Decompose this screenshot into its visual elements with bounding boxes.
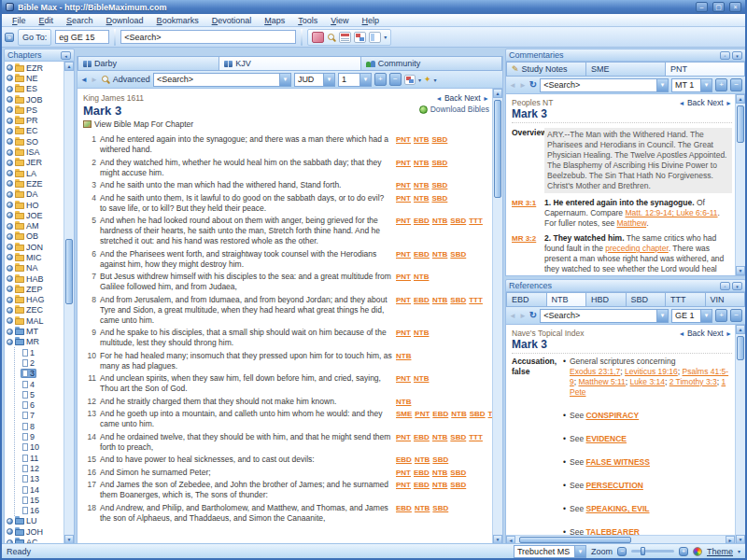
commentary-search-combo[interactable]: <Search> ▼ (540, 78, 669, 92)
tab-hbd[interactable]: HBD (586, 292, 627, 307)
verse-ref-link[interactable]: MR 3:2 (512, 234, 536, 243)
see-topic-link[interactable]: EVIDENCE (585, 434, 626, 443)
resource-link-pnt[interactable]: PNT (396, 469, 411, 477)
goto-input[interactable] (55, 30, 109, 44)
resource-link-pnt[interactable]: PNT (396, 194, 411, 203)
references-ref-combo[interactable]: GE 1 ▼ (671, 309, 712, 323)
menu-item-search[interactable]: Search (60, 16, 100, 25)
chapter-item[interactable]: 2 (21, 358, 36, 368)
tab-sme[interactable]: SME (586, 62, 666, 77)
tree-node-icon[interactable] (7, 106, 13, 113)
resource-link-ntb[interactable]: NTB (432, 250, 447, 259)
verse-ref-link[interactable]: MR 3:1 (512, 199, 536, 207)
resource-link-pnt[interactable]: PNT (396, 250, 411, 259)
resource-link-pnt[interactable]: PNT (396, 217, 411, 225)
scripture-link[interactable]: Matthew 5:11 (578, 377, 625, 386)
resource-link-sbd[interactable]: SBD (450, 250, 466, 259)
chapter-item[interactable]: 11 (21, 454, 40, 463)
resource-link-pnt[interactable]: PNT (396, 374, 411, 383)
back-arrow-icon[interactable]: ◄ (436, 95, 443, 102)
resource-link-pnt[interactable]: PNT (396, 433, 411, 441)
see-topic-link[interactable]: SPEAKING, EVIL (585, 504, 649, 513)
theme-menu[interactable]: Theme (707, 547, 733, 556)
advanced-search-icon[interactable] (101, 75, 110, 84)
scrollbar-thumb[interactable] (519, 537, 631, 543)
tree-node-icon[interactable] (7, 265, 13, 272)
chapter-item[interactable]: 14 (21, 485, 41, 495)
resource-link-sbd[interactable]: SBD (450, 433, 466, 441)
resource-link-ebd[interactable]: EBD (414, 433, 430, 441)
view-dropdown-caret[interactable]: ▾ (418, 77, 421, 83)
forward-arrow-icon[interactable]: ► (519, 81, 527, 90)
menu-item-file[interactable]: File (6, 16, 33, 25)
bibles-icon[interactable] (312, 32, 324, 43)
resource-link-ebd[interactable]: EBD (432, 410, 448, 418)
chapter-combo[interactable]: 1 ▼ (338, 73, 372, 87)
zoom-slider[interactable] (631, 550, 674, 553)
minimize-button[interactable]: – (696, 2, 708, 12)
next-ref-button[interactable]: + (715, 309, 727, 322)
zoom-out-button[interactable]: − (617, 547, 627, 556)
resource-link-ntb[interactable]: NTB (414, 329, 429, 337)
menu-item-bookmarks[interactable]: Bookmarks (150, 16, 205, 25)
resource-link-sme[interactable]: SME (396, 410, 412, 418)
zoom-slider-thumb[interactable] (641, 547, 645, 555)
see-topic-link[interactable]: PERSECUTION (585, 481, 642, 490)
scripture-link[interactable]: 2 Timothy 3:3 (669, 377, 717, 386)
restore-panel-button[interactable]: ▫ (720, 282, 730, 290)
resource-link-pnt[interactable]: PNT (396, 296, 411, 304)
tree-node-icon[interactable] (7, 191, 13, 198)
advanced-label[interactable]: Advanced (113, 75, 150, 84)
resource-link-sbd[interactable]: SBD (432, 504, 448, 512)
scroll-down-icon[interactable]: ▼ (736, 266, 745, 275)
references-search-value[interactable]: <Search> (541, 310, 656, 322)
resource-link-sbd[interactable]: SBD (431, 159, 447, 167)
collapse-panel-button[interactable]: ▾ (732, 282, 742, 290)
resource-link-sbd[interactable]: SBD (470, 410, 486, 418)
chevron-down-icon[interactable]: ▼ (574, 546, 585, 557)
resource-link-pnt[interactable]: PNT (415, 410, 430, 418)
menu-item-devotional[interactable]: Devotional (205, 16, 259, 25)
resource-link-ttt[interactable]: TTT (469, 296, 483, 304)
tab-darby[interactable]: Darby (78, 56, 219, 71)
tree-node-icon[interactable] (7, 64, 13, 71)
scrollbar-thumb[interactable] (65, 239, 73, 304)
next-ref-button[interactable]: + (715, 78, 727, 91)
view-map-label[interactable]: View Bible Map For Chapter (94, 119, 193, 129)
menu-item-view[interactable]: View (324, 16, 355, 25)
tab-ntb[interactable]: NTB (547, 292, 587, 307)
chapter-item[interactable]: 1 (21, 348, 36, 357)
bible-search-value[interactable]: <Search> (154, 74, 279, 86)
chevron-down-icon[interactable]: ▼ (656, 310, 668, 322)
chapters-scrollbar[interactable]: ▲ ▼ (63, 62, 74, 544)
forward-arrow-icon[interactable]: ► (519, 312, 527, 320)
scripture-link[interactable]: Exodus 23:1,7 (570, 367, 620, 376)
tree-node-icon[interactable] (7, 339, 13, 345)
resource-link-ebd[interactable]: EBD (414, 217, 430, 225)
tree-node-icon[interactable] (7, 212, 13, 218)
see-topic-link[interactable]: FALSE WITNESS (585, 457, 649, 467)
chapter-combo-value[interactable]: 1 (339, 74, 359, 86)
tree-node-icon[interactable] (7, 202, 13, 208)
resource-link-ntb[interactable]: NTB (415, 504, 430, 512)
tree-node-icon[interactable] (7, 286, 13, 292)
resource-link-pnt[interactable]: PNT (396, 273, 411, 281)
back-link[interactable]: Back (444, 93, 462, 103)
tree-node-icon[interactable] (7, 160, 13, 166)
chevron-down-icon[interactable]: ▼ (279, 74, 290, 86)
tree-node-icon[interactable] (7, 307, 13, 314)
book-combo-value[interactable]: JUD (295, 74, 323, 86)
resource-link-ntb[interactable]: NTB (396, 352, 411, 360)
menu-item-edit[interactable]: Edit (33, 16, 61, 25)
back-arrow-icon[interactable]: ◄ (80, 76, 88, 84)
resource-link-pnt[interactable]: PNT (396, 481, 411, 489)
resource-link-sbd[interactable]: SBD (431, 181, 447, 189)
font-combo[interactable]: Trebuchet MS ▼ (514, 545, 586, 558)
resource-link-pnt[interactable]: PNT (396, 159, 411, 167)
resource-link-sbd[interactable]: SBD (450, 469, 466, 477)
resource-link-ntb[interactable]: NTB (414, 374, 429, 383)
tab-pnt[interactable]: PNT (666, 62, 745, 77)
chapter-item[interactable]: 16 (21, 506, 41, 515)
resource-link-ntb[interactable]: NTB (414, 181, 429, 189)
prev-chapter-button[interactable]: − (389, 73, 402, 86)
